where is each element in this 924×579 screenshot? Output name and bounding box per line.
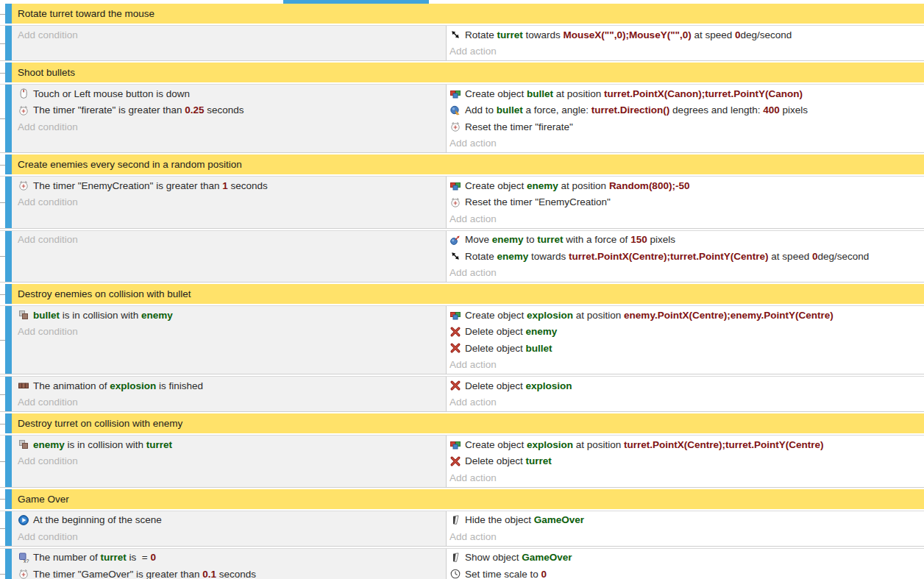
event-selection-bar[interactable] <box>5 63 12 82</box>
action-text-segment: at speed <box>692 29 735 40</box>
event-gutter <box>0 306 5 374</box>
add-action-button[interactable]: Add action <box>449 43 924 60</box>
event-selection-bar[interactable] <box>5 177 12 228</box>
event-selection-bar[interactable] <box>5 26 12 60</box>
action-text-segment: GameOver <box>534 514 584 525</box>
condition-text-segment: is in collision with <box>65 439 146 450</box>
condition-line[interactable]: The timer "EnemyCreation" is greater tha… <box>18 177 446 194</box>
event-group-header-bar[interactable]: Destroy enemies on collision with bullet <box>12 284 924 304</box>
add-condition-button[interactable]: Add condition <box>18 394 446 411</box>
condition-line[interactable]: The timer "GameOver" is greater than 0.1… <box>18 566 446 579</box>
event-selection-bar[interactable] <box>5 413 12 433</box>
action-line[interactable]: Rotate turret towards MouseX("",0);Mouse… <box>449 26 924 43</box>
action-line[interactable]: Rotate enemy towards turret.PointX(Centr… <box>449 248 924 265</box>
action-line[interactable]: Delete object explosion <box>449 377 924 394</box>
actions-panel: Move enemy to turret with a force of 150… <box>447 231 924 283</box>
condition-text-segment: turret <box>146 439 172 450</box>
add-action-button[interactable]: Add action <box>449 135 924 152</box>
event-group-header[interactable]: Rotate turret toward the mouse <box>0 4 924 24</box>
event-gutter <box>0 63 5 82</box>
event-rule: Add condition Move enemy to turret with … <box>0 230 924 283</box>
action-line[interactable]: Create object explosion at position enem… <box>449 307 924 324</box>
event-group-header-bar[interactable]: Shoot bullets <box>12 63 924 82</box>
action-text-segment: Delete object <box>465 455 526 466</box>
action-line[interactable]: Create object enemy at position Random(8… <box>449 177 924 194</box>
condition-text-segment: seconds <box>228 180 268 191</box>
add-action-button[interactable]: Add action <box>449 265 924 282</box>
action-text-segment: deg/second <box>741 29 792 40</box>
action-text-segment: explosion <box>527 439 573 450</box>
event-rule: At the beginning of the sceneAdd conditi… <box>0 511 924 547</box>
action-line[interactable]: Move enemy to turret with a force of 150… <box>449 232 924 249</box>
condition-line[interactable]: The animation of explosion is finished <box>18 377 446 394</box>
add-condition-button[interactable]: Add condition <box>18 453 446 470</box>
action-text-segment: Create object <box>465 439 527 450</box>
add-action-button[interactable]: Add action <box>449 528 924 545</box>
action-line[interactable]: Delete object enemy <box>449 324 924 341</box>
event-selection-bar[interactable] <box>5 489 12 509</box>
action-text-segment: bullet <box>527 88 553 99</box>
event-group-header-bar[interactable]: Rotate turret toward the mouse <box>12 4 924 24</box>
action-text-segment: Random(800);-50 <box>609 180 690 191</box>
timer-icon <box>18 180 29 191</box>
action-line[interactable]: Create object explosion at position turr… <box>449 436 924 453</box>
rotate-icon <box>449 250 461 262</box>
event-group-header[interactable]: Game Over <box>0 489 924 509</box>
action-text-segment: Delete object <box>465 343 526 354</box>
condition-line[interactable]: bullet is in collision with enemy <box>18 307 446 324</box>
event-group-header-bar[interactable]: Game Over <box>12 489 924 509</box>
event-selection-bar[interactable] <box>5 436 12 487</box>
event-group-header[interactable]: Destroy enemies on collision with bullet <box>0 284 924 304</box>
action-line[interactable]: Show object GameOver <box>449 550 924 566</box>
action-text-segment: enemy <box>527 180 558 191</box>
action-text-segment: enemy <box>492 234 524 245</box>
add-condition-button[interactable]: Add condition <box>18 528 446 545</box>
condition-line[interactable]: Touch or Left mouse button is down <box>18 85 446 102</box>
add-condition-button[interactable]: Add condition <box>18 194 446 211</box>
event-selection-bar[interactable] <box>5 284 12 304</box>
add-action-button[interactable]: Add action <box>449 210 924 227</box>
action-line[interactable]: Delete object turret <box>449 453 924 470</box>
event-group-header[interactable]: Create enemies every second in a random … <box>0 154 924 174</box>
add-action-button[interactable]: Add action <box>449 469 924 486</box>
event-selection-bar[interactable] <box>5 511 12 546</box>
event-group-header[interactable]: Shoot bullets <box>0 63 924 82</box>
add-condition-button[interactable]: Add condition <box>18 118 446 135</box>
event-selection-bar[interactable] <box>5 377 12 411</box>
event-selection-bar[interactable] <box>5 231 12 283</box>
action-line[interactable]: Hide the object GameOver <box>449 512 924 529</box>
event-group-header-bar[interactable]: Create enemies every second in a random … <box>12 154 924 174</box>
conditions-panel: The timer "EnemyCreation" is greater tha… <box>12 177 447 228</box>
event-group-title: Destroy enemies on collision with bullet <box>18 288 191 299</box>
event-group-header-bar[interactable]: Destroy turret on collision with enemy <box>12 413 924 433</box>
event-selection-bar[interactable] <box>5 549 12 579</box>
add-action-button[interactable]: Add action <box>449 357 924 374</box>
action-line[interactable]: Create object bullet at position turret.… <box>449 85 924 102</box>
event-selection-bar[interactable] <box>5 154 12 174</box>
action-line[interactable]: Add to bullet a force, angle: turret.Dir… <box>449 102 924 119</box>
action-line[interactable]: Set time scale to 0 <box>449 566 924 579</box>
conditions-panel: Add condition <box>12 231 447 283</box>
condition-line[interactable]: enemy is in collision with turret <box>18 436 446 453</box>
event-selection-bar[interactable] <box>5 306 12 374</box>
add-condition-button[interactable]: Add condition <box>18 232 446 249</box>
event-group-title: Shoot bullets <box>18 67 75 78</box>
action-line[interactable]: Reset the timer "firerate" <box>449 118 924 135</box>
action-line[interactable]: Reset the timer "EnemyCreation" <box>449 194 924 211</box>
event-selection-bar[interactable] <box>5 85 12 152</box>
condition-line[interactable]: The timer "firerate" is greater than 0.2… <box>18 102 446 119</box>
event-group-header[interactable]: Destroy turret on collision with enemy <box>0 413 924 433</box>
action-text-segment: pixels <box>647 234 675 245</box>
rotate-icon <box>449 29 461 40</box>
condition-line[interactable]: x?The number of turret is = 0 <box>18 550 446 566</box>
add-condition-button[interactable]: Add condition <box>18 26 446 43</box>
event-gutter <box>0 436 5 487</box>
action-line[interactable]: Delete object bullet <box>449 340 924 357</box>
condition-line[interactable]: At the beginning of the scene <box>18 512 446 529</box>
add-condition-button[interactable]: Add condition <box>18 324 446 341</box>
action-text-segment: enemy <box>526 326 558 337</box>
event-selection-bar[interactable] <box>5 4 12 24</box>
delete-icon <box>449 380 461 391</box>
add-action-button[interactable]: Add action <box>449 394 924 411</box>
action-text-segment: 150 <box>630 234 647 245</box>
